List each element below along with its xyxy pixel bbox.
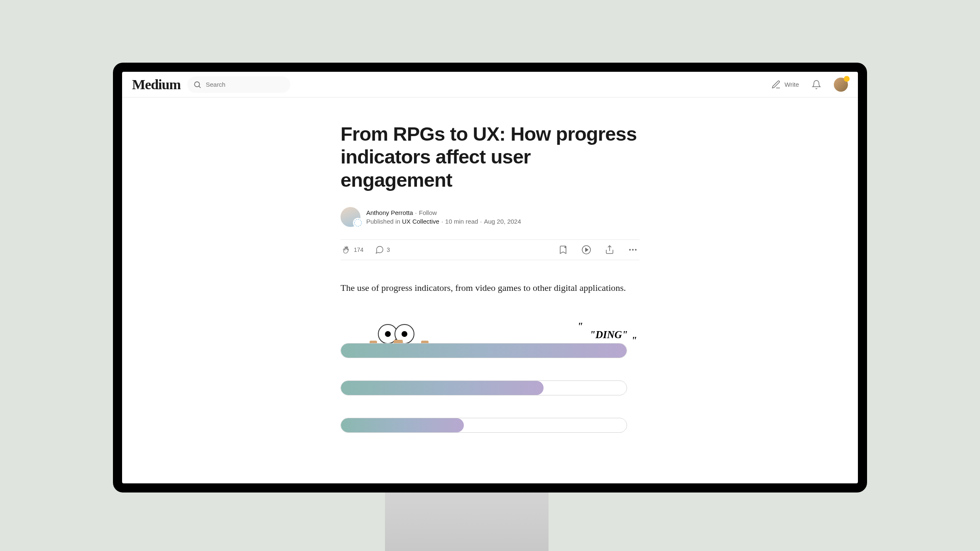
progress-bar-2 — [341, 380, 627, 395]
publication-badge-icon — [353, 218, 363, 228]
author-avatar[interactable] — [341, 207, 360, 227]
article-lead: The use of progress indicators, from vid… — [341, 281, 639, 295]
monitor-stand — [385, 492, 549, 551]
clap-count: 174 — [354, 246, 363, 253]
share-icon[interactable] — [605, 245, 615, 255]
play-icon[interactable] — [581, 245, 591, 255]
clap-button[interactable]: 174 — [342, 245, 363, 254]
svg-point-6 — [629, 249, 631, 251]
author-link[interactable]: Anthony Perrotta — [366, 209, 413, 216]
byline: Anthony Perrotta·Follow Published in UX … — [341, 207, 639, 227]
write-label: Write — [784, 81, 799, 88]
write-button[interactable]: Write — [771, 80, 799, 90]
progress-bar-1 — [341, 343, 627, 358]
read-time: 10 min read — [445, 218, 478, 225]
svg-marker-5 — [586, 248, 588, 251]
svg-line-1 — [199, 86, 201, 88]
comment-button[interactable]: 3 — [375, 245, 390, 254]
bookmark-icon[interactable] — [558, 245, 568, 255]
action-bar: 174 3 — [341, 239, 639, 260]
write-icon — [771, 80, 781, 90]
article-content: From RPGs to UX: How progress indicators… — [122, 98, 858, 483]
more-icon[interactable] — [628, 245, 638, 255]
notifications-icon[interactable] — [811, 80, 821, 90]
published-in-label: Published in — [366, 218, 400, 225]
medium-logo[interactable]: Medium — [132, 77, 181, 93]
search-input[interactable] — [206, 81, 284, 88]
hero-illustration: "DING" " " — [341, 318, 639, 451]
svg-point-0 — [194, 82, 199, 87]
svg-point-8 — [635, 249, 637, 251]
site-header: Medium Write — [122, 72, 858, 98]
publish-date: Aug 20, 2024 — [484, 218, 521, 225]
ding-text: "DING" — [590, 329, 628, 341]
clap-icon — [342, 245, 351, 254]
svg-point-7 — [632, 249, 634, 251]
comment-icon — [375, 245, 384, 254]
progress-bar-3 — [341, 418, 627, 433]
user-avatar[interactable] — [834, 78, 848, 92]
publication-link[interactable]: UX Collective — [402, 218, 439, 225]
screen: Medium Write From RPGs to UX: How progre… — [122, 72, 858, 483]
follow-button[interactable]: Follow — [419, 209, 437, 216]
article-title: From RPGs to UX: How progress indicators… — [341, 122, 639, 191]
search-box[interactable] — [187, 76, 290, 93]
monitor-frame: Medium Write From RPGs to UX: How progre… — [113, 63, 867, 492]
member-badge-icon — [844, 76, 850, 82]
comment-count: 3 — [387, 246, 390, 253]
search-icon — [193, 80, 202, 90]
